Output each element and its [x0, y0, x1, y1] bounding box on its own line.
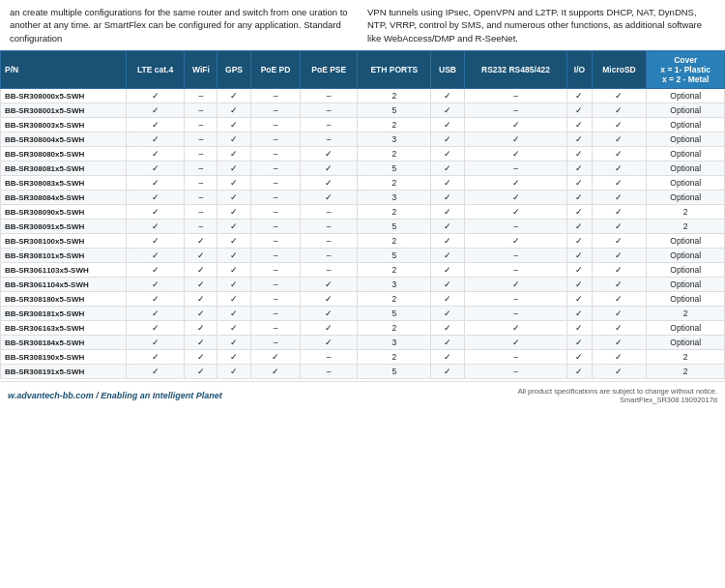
- table-cell-19-11: 2: [647, 365, 725, 379]
- table-header-2: WiFi: [185, 50, 218, 89]
- table-cell-9-11: 2: [647, 220, 725, 234]
- table-cell-5-5: ✓: [301, 162, 358, 176]
- table-cell-0-4: –: [250, 89, 301, 103]
- table-cell-15-11: 2: [647, 307, 725, 321]
- table-cell-17-11: Optional: [647, 336, 725, 350]
- table-cell-10-4: –: [250, 234, 301, 249]
- table-cell-5-7: ✓: [431, 162, 464, 176]
- table-cell-0-8: –: [464, 89, 567, 103]
- table-cell-11-4: –: [250, 249, 301, 263]
- table-cell-6-9: ✓: [567, 176, 592, 191]
- table-cell-12-9: ✓: [567, 263, 592, 278]
- table-cell-17-8: ✓: [464, 336, 567, 350]
- top-text-left: an create multiple configurations for th…: [10, 6, 358, 44]
- table-cell-2-3: ✓: [218, 118, 250, 132]
- table-cell-15-3: ✓: [218, 307, 250, 321]
- table-cell-5-3: ✓: [218, 162, 250, 176]
- table-cell-4-9: ✓: [567, 147, 592, 162]
- table-cell-18-6: 2: [358, 350, 431, 365]
- table-cell-11-10: ✓: [592, 249, 647, 263]
- table-cell-3-0: BB-SR308004x5-SWH: [1, 132, 127, 147]
- table-cell-2-10: ✓: [592, 118, 647, 132]
- table-cell-14-2: ✓: [185, 292, 218, 307]
- table-cell-9-5: –: [301, 220, 358, 234]
- table-cell-3-4: –: [250, 132, 301, 147]
- table-cell-9-7: ✓: [431, 220, 464, 234]
- table-cell-8-4: –: [250, 205, 301, 220]
- table-cell-2-7: ✓: [431, 118, 464, 132]
- table-cell-5-2: –: [185, 162, 218, 176]
- table-cell-10-3: ✓: [218, 234, 250, 249]
- table-cell-17-2: ✓: [185, 336, 218, 350]
- table-cell-1-9: ✓: [567, 103, 592, 118]
- table-cell-0-1: ✓: [126, 89, 185, 103]
- table-cell-13-6: 3: [358, 278, 431, 292]
- table-cell-5-4: –: [250, 162, 301, 176]
- table-cell-14-0: BB-SR308180x5-SWH: [1, 292, 127, 307]
- table-cell-6-1: ✓: [126, 176, 185, 191]
- table-cell-19-1: ✓: [126, 365, 185, 379]
- table-cell-11-1: ✓: [126, 249, 185, 263]
- table-cell-16-11: Optional: [647, 321, 725, 336]
- table-cell-2-5: –: [301, 118, 358, 132]
- table-header-10: MicroSD: [592, 50, 647, 89]
- table-body: BB-SR308000x5-SWH✓–✓––2✓–✓✓OptionalBB-SR…: [1, 89, 725, 379]
- table-row: BB-SR308090x5-SWH✓–✓––2✓✓✓✓2: [1, 205, 725, 220]
- table-header-6: ETH PORTS: [358, 50, 431, 89]
- table-cell-0-6: 2: [358, 89, 431, 103]
- table-cell-12-6: 2: [358, 263, 431, 278]
- table-header-4: PoE PD: [250, 50, 301, 89]
- table-cell-19-2: ✓: [185, 365, 218, 379]
- table-cell-1-5: –: [301, 103, 358, 118]
- table-cell-14-5: ✓: [301, 292, 358, 307]
- table-cell-3-5: –: [301, 132, 358, 147]
- table-cell-14-8: –: [464, 292, 567, 307]
- table-cell-14-10: ✓: [592, 292, 647, 307]
- table-cell-16-1: ✓: [126, 321, 185, 336]
- table-cell-4-4: –: [250, 147, 301, 162]
- table-cell-16-10: ✓: [592, 321, 647, 336]
- table-cell-14-6: 2: [358, 292, 431, 307]
- table-cell-16-6: 2: [358, 321, 431, 336]
- table-cell-11-11: Optional: [647, 249, 725, 263]
- table-cell-15-1: ✓: [126, 307, 185, 321]
- table-cell-0-5: –: [301, 89, 358, 103]
- table-cell-18-11: 2: [647, 350, 725, 365]
- table-cell-9-0: BB-SR308091x5-SWH: [1, 220, 127, 234]
- table-cell-9-1: ✓: [126, 220, 185, 234]
- table-cell-17-4: –: [250, 336, 301, 350]
- table-cell-10-2: ✓: [185, 234, 218, 249]
- table-cell-1-4: –: [250, 103, 301, 118]
- table-header-row: P/NLTE cat.4WiFiGPSPoE PDPoE PSEETH PORT…: [1, 50, 725, 89]
- table-header-9: I/O: [567, 50, 592, 89]
- table-cell-6-5: ✓: [301, 176, 358, 191]
- table-cell-6-3: ✓: [218, 176, 250, 191]
- table-cell-14-11: Optional: [647, 292, 725, 307]
- table-row: BB-SR3061104x5-SWH✓✓✓–✓3✓✓✓✓Optional: [1, 278, 725, 292]
- table-cell-7-2: –: [185, 191, 218, 205]
- table-cell-8-5: –: [301, 205, 358, 220]
- table-cell-8-1: ✓: [126, 205, 185, 220]
- table-cell-6-8: ✓: [464, 176, 567, 191]
- table-cell-8-8: ✓: [464, 205, 567, 220]
- table-cell-3-2: –: [185, 132, 218, 147]
- table-cell-8-2: –: [185, 205, 218, 220]
- table-cell-16-8: ✓: [464, 321, 567, 336]
- table-cell-17-1: ✓: [126, 336, 185, 350]
- table-cell-9-9: ✓: [567, 220, 592, 234]
- table-cell-12-7: ✓: [431, 263, 464, 278]
- table-cell-1-10: ✓: [592, 103, 647, 118]
- table-cell-7-5: ✓: [301, 191, 358, 205]
- table-cell-4-11: Optional: [647, 147, 725, 162]
- table-cell-4-8: ✓: [464, 147, 567, 162]
- table-cell-2-4: –: [250, 118, 301, 132]
- table-cell-9-8: –: [464, 220, 567, 234]
- table-cell-4-2: –: [185, 147, 218, 162]
- table-cell-12-4: –: [250, 263, 301, 278]
- table-cell-11-6: 5: [358, 249, 431, 263]
- footer: w.advantech-bb.com / Enabling an Intelli…: [0, 381, 725, 409]
- table-cell-11-0: BB-SR308101x5-SWH: [1, 249, 127, 263]
- table-cell-18-7: ✓: [431, 350, 464, 365]
- table-cell-17-5: ✓: [301, 336, 358, 350]
- table-header-0: P/N: [1, 50, 127, 89]
